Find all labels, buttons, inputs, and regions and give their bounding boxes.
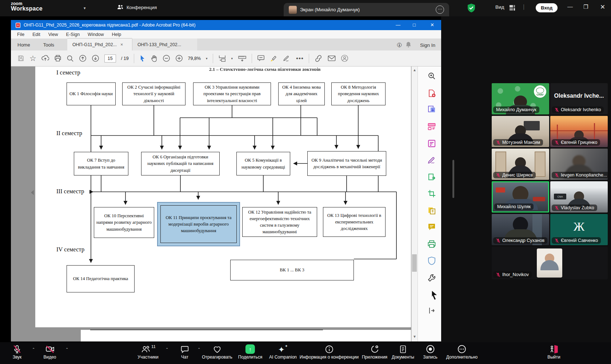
page-number-input[interactable]: 15 — [104, 54, 116, 62]
sidebar-organize-pages-tool[interactable] — [427, 122, 436, 131]
sidebar-export-tool[interactable] — [427, 173, 436, 182]
doc-tab-close-icon[interactable]: × — [120, 42, 123, 47]
video-panel-scrollbar[interactable] — [452, 160, 454, 198]
audio-options-chevron[interactable]: ⌃ — [32, 347, 35, 351]
participant-tile[interactable]: Євгеній Гриценко — [550, 116, 608, 147]
window-minimize-button[interactable]: — — [567, 3, 573, 9]
menu-view[interactable]: View — [48, 32, 58, 37]
window-close-button[interactable]: ✕ — [600, 3, 605, 11]
select-tool-button[interactable] — [139, 55, 145, 62]
sidebar-search-tool[interactable] — [427, 71, 436, 81]
participant-tile[interactable]: СНАУ Михайло Думанчук — [492, 83, 549, 114]
scrollbar-thumb[interactable] — [412, 254, 417, 272]
workspace-chevron-icon[interactable]: ▾ — [84, 6, 86, 11]
doc-tab-inactive[interactable]: ОНП-133_Phd_202... — [132, 39, 197, 50]
menu-esign[interactable]: E-Sign — [66, 32, 80, 37]
participant-tile[interactable]: Ж Євгеній Савченко — [550, 214, 608, 245]
print-button[interactable] — [54, 55, 61, 62]
apps-button[interactable]: Приложения — [362, 344, 387, 360]
menu-file[interactable]: File — [17, 32, 24, 37]
tab-home[interactable]: Home — [11, 39, 37, 50]
documents-button[interactable]: Документы — [392, 344, 414, 360]
more-button[interactable]: Дополнительно — [446, 344, 478, 360]
acrobat-minimize-button[interactable]: — — [396, 22, 400, 28]
ai-companion-button[interactable]: ✦✦ AI Companion — [269, 344, 297, 360]
acrobat-close-button[interactable]: ✕ — [430, 22, 434, 28]
meeting-info-button[interactable]: Информация о конференции — [300, 344, 359, 360]
record-button[interactable]: Запись — [423, 344, 437, 360]
sidebar-export-pdf-tool[interactable] — [427, 105, 436, 114]
leave-button[interactable]: Выйти — [547, 344, 560, 360]
tab-tools[interactable]: Tools — [37, 39, 61, 50]
fill-sign-tool-button[interactable] — [283, 55, 291, 62]
sidebar-scan-tool[interactable] — [427, 239, 436, 249]
comment-tool-button[interactable] — [257, 55, 265, 62]
user-account-icon[interactable] — [341, 54, 348, 62]
sidebar-more-tools[interactable] — [427, 273, 436, 283]
hand-tool-button[interactable] — [151, 55, 157, 62]
panel-collapse-arrow-icon[interactable] — [30, 190, 34, 195]
audio-button[interactable]: Звук — [12, 344, 22, 360]
doc-tab-active[interactable]: ОНП-G11_Phd_202... × — [67, 38, 132, 50]
tab-screen-share[interactable]: Экран (Михайло Думанчук) ⋯ — [284, 3, 449, 16]
more-tools-button[interactable]: ••• — [296, 55, 304, 62]
menu-help[interactable]: Help — [112, 32, 121, 37]
tab-options-icon[interactable]: ⋯ — [436, 5, 444, 14]
fit-width-button[interactable] — [218, 55, 226, 62]
sidebar-fill-sign-tool[interactable] — [427, 155, 436, 165]
fit-caret-icon[interactable]: ▾ — [231, 57, 233, 60]
acrobat-maximize-button[interactable]: □ — [413, 22, 416, 28]
participant-tile[interactable]: Олександр Суханов — [492, 214, 549, 245]
react-button[interactable]: Отреагировать — [202, 344, 232, 360]
login-button[interactable]: Вход — [536, 3, 558, 12]
participants-options-chevron[interactable]: ⌃ — [165, 347, 168, 351]
zoom-caret-icon[interactable]: ▾ — [206, 57, 208, 60]
share-upload-button[interactable] — [41, 55, 49, 62]
share-screen-button[interactable]: ↑ Поделиться — [238, 344, 262, 360]
share-link-button[interactable] — [314, 55, 323, 62]
sidebar-protect-tool[interactable] — [427, 256, 436, 266]
participants-button[interactable]: 11 Участники — [137, 344, 158, 360]
previous-page-button[interactable] — [79, 54, 87, 62]
highlighter-tool-button[interactable] — [270, 55, 277, 62]
sidebar-forms-tool[interactable] — [427, 139, 436, 148]
favorite-star-button[interactable]: ☆ — [29, 54, 36, 63]
help-icon[interactable]: 🛈 — [395, 40, 404, 50]
zoom-level-dropdown[interactable]: 79,8% — [188, 56, 201, 61]
video-button[interactable]: Видео — [43, 344, 56, 360]
next-page-button[interactable] — [92, 54, 99, 62]
menu-edit[interactable]: Edit — [32, 32, 40, 37]
view-button[interactable]: Вид — [495, 4, 504, 10]
scroll-down-icon[interactable]: ▼ — [413, 335, 416, 339]
tab-conference[interactable]: Конференция — [117, 4, 157, 10]
notifications-bell-icon[interactable] — [406, 41, 411, 48]
pdf-document-canvas[interactable]: 2.1 – Структурно-логічна схема підготовк… — [11, 66, 411, 341]
zoom-in-button[interactable] — [175, 54, 183, 62]
view-grid-icon[interactable] — [509, 5, 515, 11]
participant-tile-active-speaker[interactable]: Михайло Шуляк — [492, 181, 549, 213]
menu-window[interactable]: Window — [88, 32, 104, 37]
participant-tile[interactable]: Ievgen Konoplianche... — [550, 149, 608, 180]
security-shield-icon[interactable] — [467, 3, 476, 13]
participant-tile[interactable]: Ihor_Novikov — [492, 247, 608, 279]
search-button[interactable] — [67, 55, 74, 62]
sidebar-combine-files-tool[interactable] — [427, 206, 436, 215]
participant-tile[interactable]: Денис Ширяєв — [492, 149, 549, 180]
chat-button[interactable]: Чат — [180, 344, 190, 360]
sidebar-create-pdf-tool[interactable] — [427, 89, 436, 98]
document-scrollbar[interactable]: ▲ ▼ — [411, 66, 418, 341]
zoom-out-button[interactable] — [163, 54, 170, 62]
video-options-chevron[interactable]: ⌃ — [65, 347, 68, 351]
sidebar-comments-tool[interactable] — [427, 222, 436, 232]
window-restore-button[interactable]: ❐ — [583, 4, 588, 10]
participant-tile[interactable]: Oleksandr Ivche... Oleksandr Ivchenko — [550, 83, 608, 114]
sidebar-crop-tool[interactable] — [427, 189, 436, 198]
sign-in-button[interactable]: Sign In — [414, 40, 441, 50]
save-button[interactable] — [17, 55, 24, 62]
scroll-up-icon[interactable]: ▲ — [413, 68, 416, 72]
participant-tile[interactable]: CNH Vladyslav Zubko — [550, 181, 608, 213]
ruler-tool-button[interactable] — [238, 55, 247, 62]
email-button[interactable] — [328, 55, 336, 61]
chat-options-chevron[interactable]: ⌃ — [197, 347, 200, 351]
sidebar-expand-icon[interactable] — [427, 306, 436, 315]
